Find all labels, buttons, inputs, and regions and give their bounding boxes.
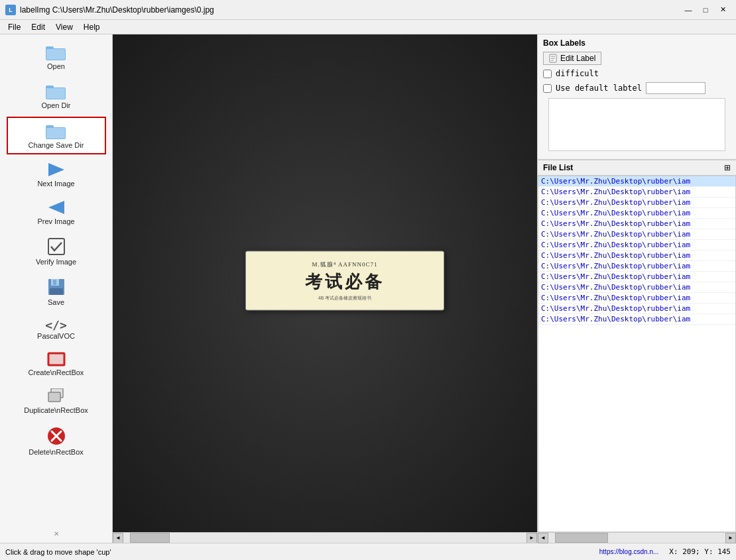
image-display: M.狐腺⁴ AAFNN0C71 考试必备 4B 考试必备橡皮擦规格书 [113,34,537,532]
open-dir-button[interactable]: Open Dir [7,78,106,114]
delete-rect-button[interactable]: Delete\nRectBox [7,421,106,461]
verify-image-icon [47,237,66,258]
svg-rect-15 [50,288,63,295]
scroll-left-button[interactable]: ◄ [113,533,123,543]
status-message: Click & drag to move shape 'cup' [5,548,599,556]
file-scroll-track[interactable] [548,533,725,543]
difficult-checkbox-row: difficult [543,69,731,78]
main-image: M.狐腺⁴ AAFNN0C71 考试必备 4B 考试必备橡皮擦规格书 [113,34,537,532]
window-title: labelImg C:\Users\Mr.Zhu\Desktop\rubber\… [20,5,214,15]
menu-bar: File Edit View Help [0,20,736,34]
svg-rect-11 [48,239,64,254]
change-save-dir-button[interactable]: Change Save Dir [7,117,106,154]
scroll-right-button[interactable]: ► [526,533,537,543]
edit-icon [549,54,558,63]
file-item[interactable]: C:\Users\Mr.Zhu\Desktop\rubber\iam [538,240,735,251]
save-icon [47,278,66,298]
edit-label-button[interactable]: Edit Label [543,52,601,65]
next-image-icon [46,162,67,180]
use-default-label-checkbox[interactable] [543,84,552,93]
pascal-voc-label: PascalVOC [37,332,75,340]
window-controls: — □ ✕ [680,3,731,17]
svg-marker-9 [48,163,64,176]
svg-rect-8 [46,128,65,139]
duplicate-rect-button[interactable]: Duplicate\nRectBox [7,384,106,419]
file-item[interactable]: C:\Users\Mr.Zhu\Desktop\rubber\iam [538,197,735,208]
eraser-top-text: M.狐腺⁴ AAFNN0C71 [312,260,377,268]
scroll-track[interactable] [123,533,526,543]
file-item[interactable]: C:\Users\Mr.Zhu\Desktop\rubber\iam [538,251,735,261]
next-image-label: Next Image [37,180,74,188]
image-container[interactable]: M.狐腺⁴ AAFNN0C71 考试必备 4B 考试必备橡皮擦规格书 [113,34,537,532]
folder-dir-icon [46,82,67,101]
right-panel: Box Labels Edit Label difficult Use defa… [537,34,736,543]
open-dir-label: Open Dir [41,101,70,109]
duplicate-rect-label: Duplicate\nRectBox [24,406,88,414]
svg-rect-18 [48,392,60,402]
create-rect-icon [47,352,66,368]
menu-edit[interactable]: Edit [26,21,50,33]
file-list-section: File List ⊞ C:\Users\Mr.Zhu\Desktop\rubb… [538,160,736,543]
pascal-voc-icon: </> [45,318,67,332]
svg-rect-2 [46,49,65,60]
verify-image-button[interactable]: Verify Image [7,233,106,270]
prev-image-icon [46,199,67,217]
file-item[interactable]: C:\Users\Mr.Zhu\Desktop\rubber\iam [538,187,735,197]
file-item[interactable]: C:\Users\Mr.Zhu\Desktop\rubber\iam [538,304,735,314]
status-url: https://blog.csdn.n... [599,548,659,555]
file-list-expand-icon[interactable]: ⊞ [724,163,731,172]
svg-rect-16 [48,353,64,365]
eraser-bottom-text: 4B 考试必备橡皮擦规格书 [318,294,372,301]
file-item[interactable]: C:\Users\Mr.Zhu\Desktop\rubber\iam [538,293,735,304]
svg-rect-5 [46,88,65,99]
scroll-thumb[interactable] [130,533,170,543]
menu-file[interactable]: File [3,21,26,33]
save-button[interactable]: Save [7,273,106,311]
prev-image-label: Prev Image [37,217,74,225]
minimize-button[interactable]: — [680,3,696,17]
delete-rect-icon [46,426,66,448]
file-item[interactable]: C:\Users\Mr.Zhu\Desktop\rubber\iam [538,314,735,325]
file-item[interactable]: C:\Users\Mr.Zhu\Desktop\rubber\iam [538,219,735,229]
file-scroll-right[interactable]: ► [725,533,736,543]
file-list-scrollbar[interactable]: ◄ ► [538,532,736,543]
app-icon: L [5,5,16,15]
open-button[interactable]: Open [7,38,106,75]
file-list-title: File List [543,163,573,172]
file-item[interactable]: C:\Users\Mr.Zhu\Desktop\rubber\iam [538,208,735,219]
file-item[interactable]: C:\Users\Mr.Zhu\Desktop\rubber\iam [538,282,735,293]
difficult-checkbox[interactable] [543,70,552,78]
status-coords: X: 209; Y: 145 [669,547,731,556]
difficult-label: difficult [556,69,599,78]
next-image-button[interactable]: Next Image [7,157,106,192]
file-list-header: File List ⊞ [538,160,736,176]
file-list-content[interactable]: C:\Users\Mr.Zhu\Desktop\rubber\iamC:\Use… [538,176,736,532]
left-toolbar: Open Open Dir Change Save [0,34,113,543]
file-item[interactable]: C:\Users\Mr.Zhu\Desktop\rubber\iam [538,261,735,272]
maximize-button[interactable]: □ [698,3,713,17]
use-default-label-text: Use default labtel [556,84,642,93]
title-bar-left: L labelImg C:\Users\Mr.Zhu\Desktop\rubbe… [5,5,214,15]
change-save-dir-label: Change Save Dir [29,141,84,149]
default-label-input[interactable] [646,82,705,94]
svg-marker-10 [48,201,64,214]
delete-rect-label: Delete\nRectBox [29,448,84,456]
status-right: https://blog.csdn.n... X: 209; Y: 145 [599,547,731,556]
close-button[interactable]: ✕ [715,3,731,17]
horizontal-scrollbar[interactable]: ◄ ► [113,532,537,543]
file-scroll-left[interactable]: ◄ [538,533,548,543]
pascal-voc-button[interactable]: </> PascalVOC [7,313,106,345]
menu-help[interactable]: Help [78,21,105,33]
file-item[interactable]: C:\Users\Mr.Zhu\Desktop\rubber\iam [538,229,735,240]
eraser-main-text: 考试必备 [305,270,385,293]
file-item[interactable]: C:\Users\Mr.Zhu\Desktop\rubber\iam [538,272,735,282]
labels-list[interactable] [548,98,725,151]
menu-view[interactable]: View [50,21,78,33]
create-rect-button[interactable]: Create\nRectBox [7,347,106,381]
title-bar: L labelImg C:\Users\Mr.Zhu\Desktop\rubbe… [0,0,736,20]
svg-rect-14 [53,280,56,285]
file-item[interactable]: C:\Users\Mr.Zhu\Desktop\rubber\iam [538,176,735,187]
save-label: Save [48,298,64,306]
prev-image-button[interactable]: Prev Image [7,195,106,230]
file-scroll-thumb[interactable] [555,533,608,543]
